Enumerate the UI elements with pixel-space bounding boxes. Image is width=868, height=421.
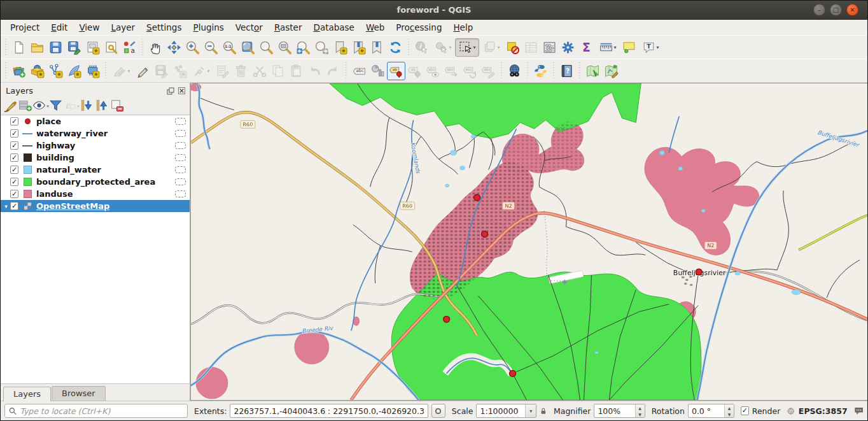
show-statistical-summary-button[interactable]: Σ	[577, 38, 596, 57]
redo-button[interactable]	[324, 62, 342, 80]
dropdown-arrow-icon[interactable]: ▾	[207, 68, 209, 74]
select-features-by-value-button[interactable]: ▾	[479, 38, 503, 57]
magnifier-spinbox[interactable]: 100% ▲▼	[594, 404, 645, 418]
layer-label[interactable]: building	[36, 153, 74, 162]
layer-item-landuse[interactable]: ✓landuse	[1, 188, 190, 200]
dropdown-arrow-icon[interactable]: ▾	[656, 45, 659, 50]
toggle-editing-button[interactable]	[134, 62, 152, 80]
processing-toolbox-button[interactable]	[559, 38, 577, 57]
layer-labeling-options-button[interactable]: abc	[350, 62, 368, 80]
zoom-in-button[interactable]	[183, 38, 202, 57]
dropdown-arrow-icon[interactable]: ▾	[127, 68, 130, 74]
show-layout-manager-button[interactable]	[102, 38, 120, 57]
measure-line-button[interactable]: ▾	[596, 38, 620, 57]
style-manager-button[interactable]: a	[120, 38, 139, 57]
layer-visibility-checkbox[interactable]: ✓	[10, 129, 18, 138]
collapse-all-button[interactable]	[94, 99, 109, 113]
pan-to-selection-button[interactable]	[165, 38, 183, 57]
layer-item-natural_water[interactable]: ✓natural_water	[1, 164, 190, 176]
zoom-to-selection-button[interactable]	[257, 38, 276, 57]
layer-label[interactable]: place	[36, 117, 61, 126]
scale-combobox[interactable]: 1:100000 ▾	[476, 404, 536, 418]
tab-layers[interactable]: Layers	[3, 387, 51, 401]
menu-web[interactable]: Web	[360, 21, 390, 34]
dropdown-arrow-icon[interactable]: ▾	[473, 45, 475, 50]
close-button[interactable]: ✕	[846, 4, 858, 16]
panel-close-button[interactable]	[177, 87, 186, 96]
new-spatialite-layer-button[interactable]	[65, 62, 83, 80]
current-edits-button[interactable]: ▾	[109, 62, 134, 80]
change-label-button[interactable]: abc	[479, 62, 498, 80]
zoom-out-button[interactable]	[202, 38, 220, 57]
add-feature-button[interactable]	[171, 62, 189, 80]
layer-visibility-checkbox[interactable]: ✓	[10, 166, 18, 174]
cut-features-button[interactable]	[250, 62, 269, 80]
menu-settings[interactable]: Settings	[141, 21, 187, 34]
python-console-button[interactable]	[531, 62, 550, 80]
layer-label[interactable]: boundary_protected_area	[36, 177, 155, 187]
zoom-native-resolution-button[interactable]: 1:1	[220, 38, 239, 57]
dropdown-arrow-icon[interactable]: ▾	[449, 45, 451, 50]
pin-unpin-labels-button[interactable]: ab	[405, 62, 424, 80]
memory-layer-indicator-icon[interactable]	[175, 190, 186, 197]
new-geopackage-layer-button[interactable]	[28, 62, 46, 80]
memory-layer-indicator-icon[interactable]	[175, 118, 186, 125]
filter-legend-button[interactable]	[48, 99, 63, 113]
open-data-source-manager-button[interactable]	[10, 62, 28, 80]
memory-layer-indicator-icon[interactable]	[175, 154, 186, 161]
move-label-button[interactable]: abc	[442, 62, 461, 80]
layer-label[interactable]: highway	[36, 141, 75, 150]
deselect-all-features-button[interactable]	[503, 38, 522, 57]
layer-item-place[interactable]: ✓place	[1, 115, 190, 127]
lock-icon[interactable]	[540, 406, 547, 416]
new-project-button[interactable]	[10, 38, 28, 57]
menu-view[interactable]: View	[73, 21, 105, 34]
maximize-button[interactable]: □	[830, 4, 842, 16]
titlebar[interactable]: foreword - QGIS – □ ✕	[1, 1, 867, 20]
memory-layer-indicator-icon[interactable]	[175, 166, 186, 173]
rotate-label-button[interactable]: abc	[461, 62, 479, 80]
memory-layer-indicator-icon[interactable]	[175, 178, 186, 185]
new-spatial-bookmark-button[interactable]	[331, 38, 349, 57]
crs-indicator[interactable]: EPSG:3857	[799, 406, 848, 416]
menu-plugins[interactable]: Plugins	[187, 21, 229, 34]
map-tips-button[interactable]	[620, 38, 638, 57]
extent-button[interactable]	[431, 404, 445, 418]
run-feature-action-button[interactable]: ▾	[431, 38, 455, 57]
expand-arrow-icon[interactable]: ▾	[2, 203, 10, 210]
zoom-next-button[interactable]	[312, 38, 331, 57]
save-project-as-button[interactable]	[65, 38, 83, 57]
rotation-spinbox[interactable]: 0.0 ° ▲▼	[688, 404, 734, 418]
menu-edit[interactable]: Edit	[45, 21, 73, 34]
paste-features-button[interactable]	[287, 62, 305, 80]
help-contents-button[interactable]: ?	[557, 62, 576, 80]
undo-button[interactable]	[305, 62, 324, 80]
open-layer-styling-dock-button[interactable]	[3, 99, 17, 113]
layer-item-openstreetmap[interactable]: ▾✓OpenStreetMap	[1, 200, 190, 212]
save-layer-edits-button[interactable]	[152, 62, 171, 80]
render-checkbox[interactable]: ✓	[741, 406, 749, 415]
manage-map-themes-button[interactable]: ▾	[33, 99, 48, 113]
layer-visibility-checkbox[interactable]: ✓	[10, 190, 18, 198]
layer-label[interactable]: waterway_river	[36, 129, 108, 138]
spin-arrows[interactable]: ▲▼	[635, 404, 645, 417]
menu-vector[interactable]: Vector	[230, 21, 269, 34]
locator-input[interactable]	[20, 406, 183, 416]
show-bookmark-manager-button[interactable]	[368, 38, 386, 57]
pan-map-button[interactable]	[146, 38, 165, 57]
dropdown-arrow-icon[interactable]: ▾	[613, 45, 616, 50]
open-project-button[interactable]	[28, 38, 46, 57]
layer-item-boundary_protected_area[interactable]: ✓boundary_protected_area	[1, 176, 190, 188]
menu-layer[interactable]: Layer	[105, 21, 141, 34]
new-virtual-layer-button[interactable]	[83, 62, 102, 80]
locator-bar[interactable]	[4, 404, 188, 418]
map-canvas[interactable]: R60 R60 N2 N2 Buffeljagsrivier Breede Ri…	[190, 83, 867, 401]
delete-selected-button[interactable]	[232, 62, 250, 80]
map-plugin-1-button[interactable]	[584, 62, 602, 80]
zoom-to-layer-button[interactable]	[276, 38, 294, 57]
dropdown-arrow-icon[interactable]: ▾	[497, 45, 500, 50]
layer-item-waterway_river[interactable]: ✓waterway_river	[1, 127, 190, 139]
new-shapefile-layer-button[interactable]	[46, 62, 65, 80]
vertex-tool-button[interactable]: ▾	[189, 62, 213, 80]
layer-label[interactable]: natural_water	[36, 165, 101, 175]
